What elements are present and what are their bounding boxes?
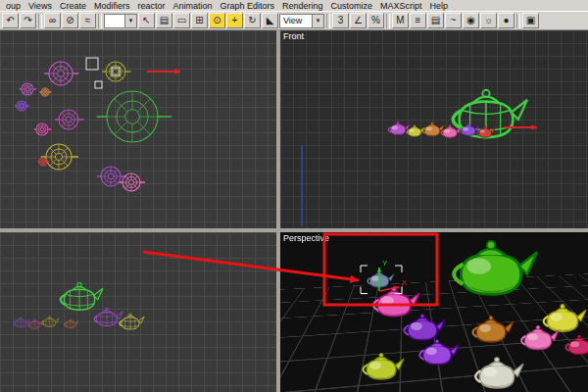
svg-text:Y: Y [382,259,388,268]
teapot-top-view[interactable] [15,101,29,111]
render-last-button[interactable]: ▣ [522,13,539,28]
teapot-top-view[interactable] [34,123,52,135]
teapot-top-view[interactable] [55,110,84,129]
menu-oup[interactable]: oup [2,1,24,11]
align-button[interactable]: ≡ [410,13,426,28]
quick-render-button[interactable]: ● [498,13,514,28]
teapot[interactable] [475,358,523,388]
use-center-button[interactable]: ⊙ [209,13,225,28]
viewport-label-front[interactable]: Front [283,31,304,41]
viewport-area: Front Perspective YX [0,30,588,392]
menu-rendering[interactable]: Rendering [278,1,327,11]
select-and-scale-button[interactable]: ◣ [262,13,278,28]
axis-arrow [147,69,180,74]
select-by-name-button[interactable]: ▤ [156,13,172,28]
teapot-top-view[interactable] [44,62,78,85]
menu-reactor[interactable]: reactor [133,1,169,11]
teapot-top-view[interactable] [20,83,37,95]
teapot-wireframe[interactable] [65,319,78,328]
snaps-toggle-3d-button[interactable]: 3 [332,13,349,28]
front-viewport-scene [280,30,588,228]
teapot[interactable] [419,339,459,364]
perspective-viewport-scene: YX [280,232,588,392]
teapot-top-view[interactable] [41,144,78,170]
chevron-down-icon[interactable]: ▾ [124,15,136,27]
left-viewport-scene [0,232,276,392]
viewport-left[interactable] [0,232,276,392]
teapot[interactable] [407,125,424,137]
viewport-perspective[interactable]: Perspective YX [280,232,588,392]
teapot-wireframe[interactable] [61,283,103,311]
reference-coordinate-system-dropdown[interactable]: View▾ [279,14,324,28]
viewport-label-perspective[interactable]: Perspective [283,233,329,243]
angle-snap-toggle-button[interactable]: ∠ [350,13,367,28]
menu-views[interactable]: Views [24,1,56,11]
teapot[interactable] [364,354,405,380]
menu-help[interactable]: Help [426,1,453,11]
menu-customize[interactable]: Customize [327,1,377,11]
menu-create[interactable]: Create [56,1,90,11]
teapot-top-view[interactable] [102,62,131,81]
unlink-selection-button[interactable]: ⊘ [62,13,78,28]
teapot-wireframe[interactable] [94,308,122,325]
percent-snap-toggle-button[interactable]: % [368,13,384,28]
toolbar-separator [516,14,520,28]
teapot-top-view[interactable] [39,88,51,96]
svg-text:X: X [402,278,408,287]
select-and-move-button[interactable]: + [226,13,243,28]
rectangular-selection-region-button[interactable]: ▭ [173,13,190,28]
teapot[interactable] [405,315,446,341]
teapot[interactable] [454,241,537,294]
toolbar-separator [326,14,330,28]
curve-editor-button[interactable]: ~ [445,13,462,28]
render-scene-dialog-button[interactable]: ☼ [480,13,497,28]
teapot-wireframe[interactable] [42,317,59,327]
teapot[interactable] [544,305,586,332]
chevron-down-icon[interactable]: ▾ [312,15,323,27]
main-toolbar: ↶↷∞⊘≈▾↖▤▭⊞⊙+↻◣View▾3∠%M≡▤~◉☼●▣ [0,12,588,30]
undo-button[interactable]: ↶ [2,13,19,28]
dummy-helper[interactable] [86,58,98,70]
dummy-helper[interactable] [95,81,102,88]
menu-graph-editors[interactable]: Graph Editors [216,1,278,11]
3dsmax-window: oupViewsCreateModifiersreactorAnimationG… [0,0,588,392]
teapot-wireframe[interactable] [28,319,43,329]
toolbar-separator [98,14,102,28]
teapot[interactable] [422,122,444,136]
select-and-rotate-button[interactable]: ↻ [244,13,261,28]
menu-modifiers[interactable]: Modifiers [90,1,134,11]
teapot-top-view[interactable] [97,91,172,142]
teapot[interactable] [565,335,588,355]
material-editor-button[interactable]: ◉ [463,13,479,28]
teapot[interactable] [477,126,495,138]
teapot-top-view[interactable] [97,167,126,186]
menu-maxscript[interactable]: MAXScript [376,1,426,11]
mirror-button[interactable]: M [392,13,409,28]
menu-bar: oupViewsCreateModifiersreactorAnimationG… [0,0,588,12]
select-and-link-button[interactable]: ∞ [44,13,61,28]
teapot-wireframe[interactable] [14,318,29,327]
layer-manager-button[interactable]: ▤ [427,13,444,28]
toolbar-separator [38,14,42,28]
teapot-wireframe[interactable] [120,314,144,329]
bind-to-space-warp-button[interactable]: ≈ [79,13,96,28]
viewport-top[interactable] [0,30,276,228]
viewport-front[interactable]: Front [280,30,588,228]
selection-filter-dropdown[interactable]: ▾ [104,14,137,28]
teapot[interactable] [460,123,479,136]
teapot-top-view[interactable] [37,158,49,166]
teapot[interactable] [368,270,394,287]
select-object-button[interactable]: ↖ [138,13,155,28]
reference-coordinate-system-value: View [283,16,312,25]
toolbar-separator [386,14,390,28]
window-crossing-toggle-button[interactable]: ⊞ [191,13,208,28]
top-viewport-scene [0,30,276,228]
menu-animation[interactable]: Animation [169,1,216,11]
teapot[interactable] [473,317,514,343]
redo-button[interactable]: ↷ [20,13,36,28]
